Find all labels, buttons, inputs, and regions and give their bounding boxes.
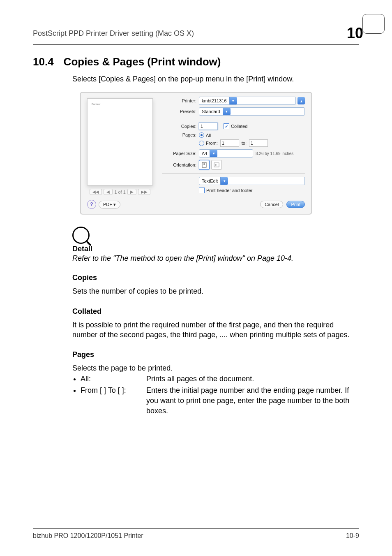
- pages-from-radio[interactable]: [199, 141, 204, 146]
- options-panel-select[interactable]: TextEdit▾: [199, 177, 305, 185]
- printer-status-button[interactable]: ▴: [297, 97, 305, 104]
- orientation-portrait-button[interactable]: [199, 160, 210, 170]
- running-header: PostScript PPD Printer Driver setting (M…: [33, 29, 347, 38]
- nav-page-indicator: 1 of 1: [114, 190, 126, 195]
- copies-body: Sets the number of copies to be printed.: [72, 286, 359, 296]
- presets-select[interactable]: Standard▾: [199, 107, 305, 116]
- help-icon[interactable]: ?: [87, 200, 96, 209]
- print-header-footer-checkbox[interactable]: ✓: [199, 188, 205, 193]
- list-item: All: Prints all pages of the document.: [81, 374, 359, 384]
- pages-label: Pages:: [162, 132, 199, 137]
- pages-from-input[interactable]: [220, 139, 239, 147]
- copies-label: Copies:: [162, 124, 199, 129]
- pages-heading: Pages: [72, 350, 359, 359]
- section-number: 10.4: [33, 56, 54, 68]
- svg-point-3: [215, 164, 217, 166]
- pages-to-label: to:: [242, 141, 247, 146]
- detail-heading: Detail: [72, 245, 359, 253]
- print-button[interactable]: Print: [286, 201, 305, 208]
- paper-size-label: Paper Size:: [162, 151, 199, 156]
- pages-to-input[interactable]: [249, 139, 268, 147]
- chapter-number: 10: [347, 25, 363, 42]
- copies-heading: Copies: [72, 273, 359, 282]
- collated-label: Collated: [231, 124, 247, 129]
- collated-heading: Collated: [72, 307, 359, 316]
- nav-next-button[interactable]: ▶: [127, 189, 136, 195]
- orientation-landscape-button[interactable]: [211, 160, 222, 170]
- pages-lead: Selects the page to be printed.: [72, 363, 359, 373]
- list-item: From [ ] To [ ]: Enters the initial page…: [81, 385, 359, 417]
- page-preview: Preview: [87, 98, 153, 185]
- printer-label: Printer:: [162, 98, 199, 103]
- section-title: Copies & Pages (Print window): [64, 56, 221, 68]
- pages-all-radio[interactable]: [199, 132, 204, 138]
- paper-size-select[interactable]: A4▾: [199, 149, 253, 158]
- printer-select[interactable]: kmbt211316▾: [199, 97, 296, 105]
- footer-page-number: 10-9: [346, 532, 359, 540]
- section-lead: Selects [Copies & Pages] on the pop-up m…: [33, 74, 359, 84]
- footer-left: bizhub PRO 1200/1200P/1051 Printer: [33, 532, 143, 540]
- pdf-menu-button[interactable]: PDF ▾: [99, 201, 120, 208]
- collated-checkbox[interactable]: ✓: [224, 123, 229, 129]
- collated-body: It is possible to print the required num…: [72, 320, 359, 340]
- nav-first-button[interactable]: ◀◀: [90, 189, 102, 195]
- svg-point-1: [203, 163, 205, 165]
- pages-from-label: From:: [206, 141, 218, 146]
- cancel-button[interactable]: Cancel: [260, 201, 283, 208]
- presets-label: Presets:: [162, 109, 199, 114]
- print-header-footer-label: Print header and footer: [206, 188, 253, 193]
- print-dialog-figure: Preview ◀◀ ◀ 1 of 1 ▶ ▶▶ Printer: kmbt21…: [33, 92, 359, 214]
- copies-input[interactable]: [199, 123, 218, 130]
- magnifier-icon: [72, 227, 90, 244]
- pages-all-label: All: [206, 133, 211, 138]
- detail-text: Refer to the "The method to open the [Pr…: [72, 254, 359, 263]
- paper-size-note: 8.26 by 11.69 inches: [256, 151, 293, 156]
- nav-prev-button[interactable]: ◀: [104, 189, 113, 195]
- orientation-label: Orientation:: [162, 162, 199, 167]
- nav-last-button[interactable]: ▶▶: [138, 189, 150, 195]
- chapter-tab: [362, 14, 385, 34]
